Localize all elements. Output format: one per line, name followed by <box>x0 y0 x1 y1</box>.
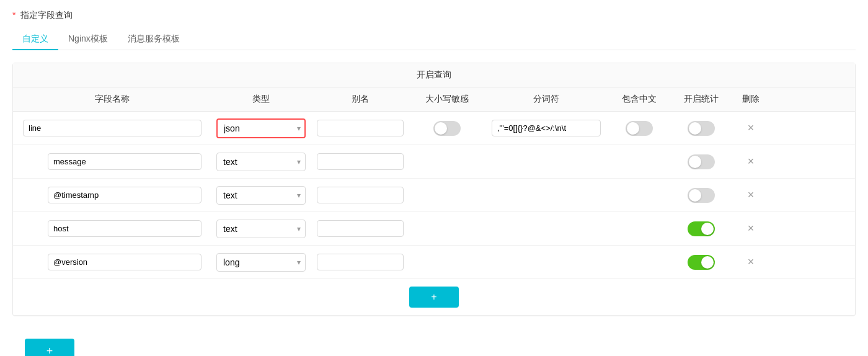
table-row: text json long ▾ × <box>13 246 855 279</box>
case-sensitive-cell <box>410 259 484 266</box>
alias-cell <box>311 149 410 174</box>
type-cell: text json long ▾ <box>211 149 311 175</box>
column-headers: 字段名称 类型 别名 大小写敏感 分词符 包含中文 开启统计 删除 <box>13 87 855 111</box>
field-name-input[interactable] <box>23 120 202 136</box>
field-table: 开启查询 字段名称 类型 别名 大小写敏感 分词符 包含中文 开启统计 删除 j… <box>12 63 856 316</box>
alias-input[interactable] <box>317 254 404 270</box>
tab-message-service[interactable]: 消息服务模板 <box>118 29 190 50</box>
enable-stats-cell <box>670 184 732 207</box>
alias-cell <box>311 216 410 241</box>
delete-cell: × <box>732 252 769 272</box>
asterisk: * <box>12 10 16 20</box>
case-sensitive-cell <box>410 158 484 166</box>
field-name-cell <box>13 116 211 140</box>
type-cell: text json long ▾ <box>211 249 311 275</box>
type-select-wrapper: text json long ▾ <box>216 186 306 205</box>
col-case-sensitive: 大小写敏感 <box>410 87 484 111</box>
tokenizer-cell <box>484 116 608 140</box>
alias-input[interactable] <box>317 220 404 237</box>
footer-add-area: + <box>12 329 856 356</box>
field-name-cell <box>13 216 211 241</box>
case-sensitive-cell <box>410 192 484 199</box>
delete-button[interactable]: × <box>748 256 755 269</box>
alias-cell <box>311 183 410 207</box>
table-row: text json long ▾ × <box>13 145 855 179</box>
type-select[interactable]: text json long <box>216 153 306 171</box>
delete-cell: × <box>732 118 769 138</box>
page-title: * 指定字段查询 <box>12 10 856 21</box>
add-main-field-button[interactable]: + <box>25 339 74 356</box>
field-name-cell <box>13 183 211 207</box>
col-type: 类型 <box>211 87 311 111</box>
enable-stats-toggle[interactable] <box>688 121 715 136</box>
enable-stats-cell <box>670 151 732 173</box>
table-row: text json long ▾ × <box>13 179 855 212</box>
enable-stats-toggle[interactable] <box>688 255 715 270</box>
col-alias: 别名 <box>311 87 410 111</box>
section-header: 开启查询 <box>13 63 855 87</box>
add-sub-row: + <box>13 279 855 316</box>
page-container: * 指定字段查询 自定义 Nginx模板 消息服务模板 开启查询 字段名称 类型… <box>0 0 868 356</box>
table-row: json text long ▾ <box>13 112 855 145</box>
enable-stats-toggle[interactable] <box>688 221 715 236</box>
enable-stats-cell <box>670 218 732 240</box>
include-chinese-cell <box>608 158 670 166</box>
add-sub-field-button[interactable]: + <box>409 287 459 308</box>
include-chinese-cell <box>608 117 670 140</box>
include-chinese-cell <box>608 225 670 233</box>
type-select-wrapper: text json long ▾ <box>216 220 306 238</box>
col-enable-stats: 开启统计 <box>670 87 732 111</box>
field-name-cell <box>13 250 211 274</box>
type-select[interactable]: json text long <box>216 118 306 138</box>
tokenizer-cell <box>484 259 608 266</box>
alias-input[interactable] <box>317 153 404 170</box>
delete-cell: × <box>732 151 769 172</box>
delete-cell: × <box>732 185 769 205</box>
type-select[interactable]: text json long <box>216 220 306 238</box>
type-select-wrapper: json text long ▾ <box>216 118 306 138</box>
case-sensitive-toggle[interactable] <box>433 121 461 136</box>
field-name-input[interactable] <box>48 153 202 170</box>
tokenizer-cell <box>484 192 608 199</box>
type-select-wrapper: text json long ▾ <box>216 253 306 272</box>
col-delete: 删除 <box>732 87 769 111</box>
delete-button[interactable]: × <box>748 222 755 235</box>
tokenizer-cell <box>484 158 608 166</box>
delete-button[interactable]: × <box>748 189 755 202</box>
delete-button[interactable]: × <box>748 122 755 135</box>
tokenizer-input[interactable] <box>492 120 601 136</box>
type-cell: text json long ▾ <box>211 182 311 208</box>
col-field-name: 字段名称 <box>13 87 211 111</box>
field-name-input[interactable] <box>48 187 202 203</box>
alias-input[interactable] <box>317 120 404 136</box>
include-chinese-cell <box>608 259 670 266</box>
include-chinese-cell <box>608 192 670 199</box>
field-name-cell <box>13 149 211 174</box>
tokenizer-cell <box>484 225 608 233</box>
enable-stats-toggle[interactable] <box>688 188 715 203</box>
field-name-input[interactable] <box>48 220 202 237</box>
alias-cell <box>311 250 410 274</box>
include-chinese-toggle[interactable] <box>626 121 653 136</box>
delete-cell: × <box>732 218 769 239</box>
tab-bar: 自定义 Nginx模板 消息服务模板 <box>12 29 856 50</box>
case-sensitive-cell <box>410 225 484 233</box>
alias-cell <box>311 116 410 140</box>
type-cell: json text long ▾ <box>211 115 311 142</box>
enable-stats-toggle[interactable] <box>688 154 715 169</box>
type-select[interactable]: text json long <box>216 186 306 205</box>
table-row: text json long ▾ × <box>13 212 855 246</box>
enable-stats-cell <box>670 251 732 274</box>
type-select-wrapper: text json long ▾ <box>216 153 306 171</box>
field-name-input[interactable] <box>48 254 202 270</box>
tab-nginx[interactable]: Nginx模板 <box>58 29 118 50</box>
case-sensitive-cell <box>410 117 484 140</box>
tab-custom[interactable]: 自定义 <box>12 29 58 50</box>
col-tokenizer: 分词符 <box>484 87 608 111</box>
alias-input[interactable] <box>317 187 404 203</box>
type-select[interactable]: text json long <box>216 253 306 272</box>
delete-button[interactable]: × <box>748 155 755 168</box>
enable-stats-cell <box>670 117 732 140</box>
type-cell: text json long ▾ <box>211 216 311 242</box>
col-include-chinese: 包含中文 <box>608 87 670 111</box>
